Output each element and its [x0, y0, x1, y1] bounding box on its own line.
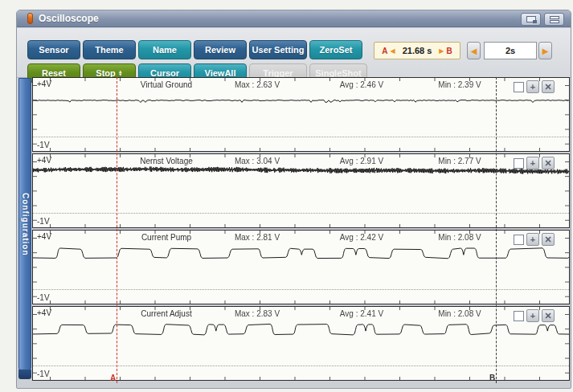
waveform-canvas — [33, 307, 569, 380]
ab-time-value: 21.68 s — [398, 46, 437, 55]
scale-bottom-label: -1V — [37, 293, 50, 302]
channel-avg: Avg : 2.42 V — [340, 233, 383, 242]
cursor-a-bottom-label: A — [110, 374, 116, 382]
ab-time-readout: A ◀ 21.68 s ▶ B — [374, 42, 460, 59]
channel-max: Max : 2.83 V — [235, 309, 280, 318]
channel-add-button[interactable]: + — [526, 80, 539, 93]
scale-bottom-label: -1V — [37, 141, 50, 149]
cursor-b-label: B — [447, 47, 452, 55]
channel-name: Current Pump — [141, 233, 191, 242]
channel-min: Min : 2.39 V — [438, 80, 481, 89]
channel-visibility-checkbox[interactable] — [514, 158, 524, 169]
channel-visibility-checkbox[interactable] — [514, 235, 524, 245]
channel-min: Min : 2.77 V — [438, 157, 481, 165]
channel-name: Nernst Voltage — [140, 157, 193, 165]
app-icon — [27, 13, 33, 24]
channel-add-button[interactable]: + — [526, 157, 539, 169]
name-button[interactable]: Name — [138, 40, 191, 59]
theme-button[interactable]: Theme — [83, 40, 136, 59]
channel-name: Current Adjust — [141, 309, 191, 318]
channel-avg: Avg : 2.41 V — [340, 309, 383, 318]
scale-bottom-label: -1V — [37, 217, 50, 226]
title-bar[interactable]: Oscilloscope — [17, 10, 571, 27]
channel-current-adjust: +4V -1V Current Adjust Max : 2.83 V Avg … — [32, 306, 570, 381]
waveform-canvas — [33, 231, 569, 304]
channel-avg: Avg : 2.91 V — [340, 157, 383, 165]
channel-nernst-voltage: +4V -1V Nernst Voltage Max : 3.04 V Avg … — [32, 153, 570, 228]
stop-spinner-icon: ▲▼ — [118, 70, 123, 76]
cursor-a-line[interactable]: A — [117, 77, 117, 383]
minimize-icon — [550, 16, 559, 23]
waveform-canvas — [33, 154, 569, 227]
channel-visibility-checkbox[interactable] — [514, 311, 524, 321]
oscilloscope-window: Oscilloscope Sensor Theme Name Review Us… — [16, 10, 571, 389]
channel-max: Max : 2.81 V — [235, 233, 280, 242]
scale-top-label: +4V — [37, 156, 51, 165]
sidebar-label: Configuration — [21, 193, 30, 256]
zeroset-button[interactable]: ZeroSet — [309, 40, 362, 59]
toolbar: Sensor Theme Name Review User Setting Ze… — [17, 28, 571, 78]
restore-icon — [526, 16, 536, 22]
scale-top-label: +4V — [37, 80, 51, 88]
sidebar-tab-configuration[interactable]: Configuration — [18, 78, 31, 370]
channel-min: Min : 2.08 V — [438, 233, 481, 242]
range-right-arrow-icon: ▶ — [439, 47, 444, 55]
channel-close-button[interactable]: ✕ — [542, 80, 555, 93]
left-arrow-icon: ◀ — [471, 47, 477, 55]
channel-current-pump: +4V -1V Current Pump Max : 2.81 V Avg : … — [32, 230, 570, 304]
minimize-window-button[interactable] — [544, 13, 564, 26]
channel-min: Min : 2.08 V — [438, 309, 481, 318]
waveform-canvas — [33, 78, 569, 151]
cursor-a-label: A — [382, 47, 387, 55]
user-setting-button[interactable]: User Setting — [249, 40, 307, 59]
channel-virtual-ground: +4V -1V Virtual Ground Max : 2.63 V Avg … — [32, 77, 570, 152]
sensor-button[interactable]: Sensor — [27, 40, 80, 59]
scale-bottom-label: -1V — [37, 370, 50, 378]
review-button[interactable]: Review — [194, 40, 247, 59]
scale-top-label: +4V — [37, 232, 51, 241]
channel-name: Virtual Ground — [141, 80, 192, 89]
timebase-increase-button[interactable]: ▶ — [538, 42, 552, 59]
plot-area: +4V -1V Virtual Ground Max : 2.63 V Avg … — [32, 77, 570, 386]
channel-avg: Avg : 2.46 V — [340, 80, 383, 89]
channel-close-button[interactable]: ✕ — [542, 233, 555, 246]
channel-close-button[interactable]: ✕ — [542, 309, 555, 322]
timebase-decrease-button[interactable]: ◀ — [467, 42, 481, 59]
timebase-value-box[interactable]: 2s — [484, 42, 537, 59]
channel-visibility-checkbox[interactable] — [514, 82, 524, 92]
scale-top-label: +4V — [37, 308, 51, 317]
cursor-b-bottom-label: B — [489, 374, 495, 382]
channel-add-button[interactable]: + — [526, 233, 539, 246]
window-title: Oscilloscope — [39, 13, 99, 24]
channel-max: Max : 3.04 V — [235, 157, 280, 165]
right-arrow-icon: ▶ — [542, 47, 549, 55]
channel-max: Max : 2.63 V — [235, 80, 280, 89]
restore-window-button[interactable] — [521, 13, 541, 26]
cursor-b-line[interactable]: B — [496, 77, 497, 383]
range-left-arrow-icon: ◀ — [390, 47, 395, 55]
channel-add-button[interactable]: + — [526, 309, 539, 322]
channel-close-button[interactable]: ✕ — [542, 157, 555, 169]
